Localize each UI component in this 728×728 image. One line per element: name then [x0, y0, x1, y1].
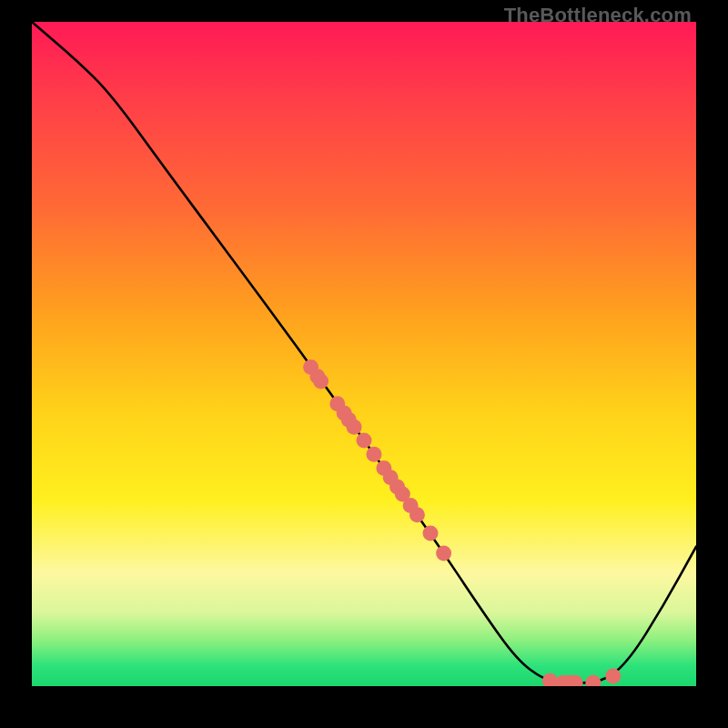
- scatter-point: [542, 673, 558, 686]
- chart-svg: [32, 22, 696, 686]
- scatter-point: [347, 420, 362, 435]
- scatter-point: [436, 546, 451, 561]
- scatter-point: [410, 507, 425, 522]
- chart-frame: [32, 22, 696, 686]
- scatter-point: [313, 373, 329, 389]
- scatter-point: [357, 432, 372, 448]
- scatter-points: [303, 359, 621, 686]
- scatter-point: [585, 675, 601, 686]
- scatter-point: [423, 526, 439, 541]
- scatter-point: [366, 447, 381, 462]
- bottleneck-curve: [32, 22, 696, 682]
- scatter-point: [605, 669, 621, 684]
